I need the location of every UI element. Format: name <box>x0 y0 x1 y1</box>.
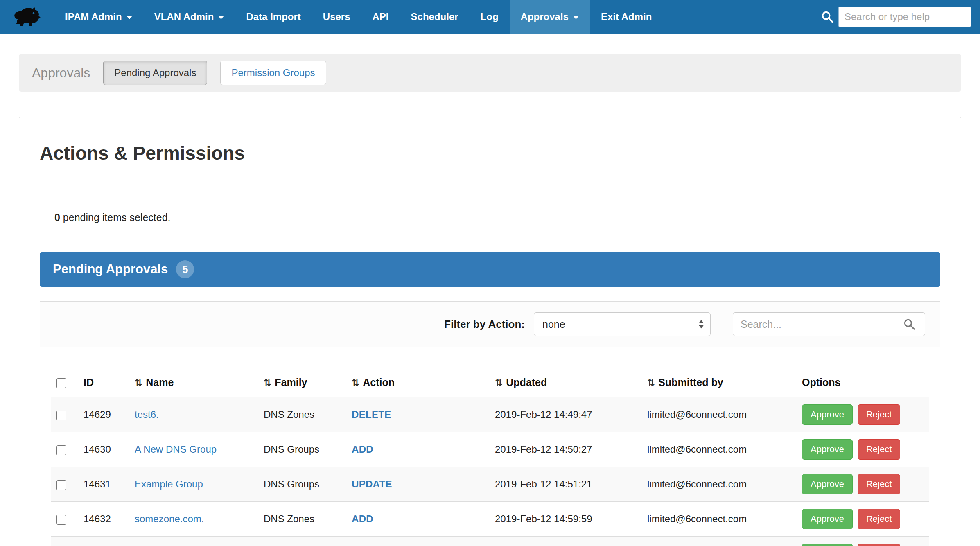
row-id: 14629 <box>78 397 129 432</box>
select-all-checkbox[interactable] <box>56 378 66 388</box>
select-arrows-icon <box>699 320 704 329</box>
selected-text: pending items selected. <box>63 212 171 223</box>
col-submitted-by[interactable]: ⇅Submitted by <box>641 370 796 397</box>
table-search-button[interactable] <box>893 312 925 336</box>
row-family: DNS Zones <box>258 537 346 546</box>
caret-down-icon <box>573 16 579 19</box>
row-id: 14632 <box>78 502 129 537</box>
row-family: DNS Groups <box>258 432 346 467</box>
caret-down-icon <box>126 16 132 19</box>
table-row: 14632 somezone.com. DNS Zones ADD 2019-F… <box>51 502 929 537</box>
approve-button[interactable]: Approve <box>802 474 853 494</box>
filter-action-select[interactable]: none <box>534 312 711 336</box>
panel-title: Pending Approvals <box>53 262 168 277</box>
filter-action-value: none <box>542 318 565 330</box>
row-name-link[interactable]: somezone.com. <box>135 513 204 524</box>
caret-down-icon <box>218 16 224 19</box>
col-action[interactable]: ⇅Action <box>346 370 489 397</box>
row-action-link[interactable]: DELETE <box>352 409 391 420</box>
row-checkbox[interactable] <box>56 445 66 455</box>
nav-data-import[interactable]: Data Import <box>235 0 312 34</box>
search-icon <box>820 10 834 24</box>
row-family: DNS Zones <box>258 397 346 432</box>
nav-scheduler[interactable]: Scheduler <box>400 0 470 34</box>
approvals-subheader: Approvals Pending Approvals Permission G… <box>19 54 961 92</box>
filter-by-action-label: Filter by Action: <box>444 318 525 331</box>
row-name-link[interactable]: Example Group <box>135 478 203 490</box>
reject-button[interactable]: Reject <box>858 509 900 529</box>
nav-label: Data Import <box>246 11 300 23</box>
table-header-row: ID ⇅Name ⇅Family ⇅Action ⇅Updated ⇅Submi… <box>51 370 929 397</box>
row-updated: 2019-Feb-12 14:51:21 <box>489 467 641 502</box>
reject-button[interactable]: Reject <box>858 404 900 425</box>
approve-button[interactable]: Approve <box>802 404 853 425</box>
nav-label: VLAN Admin <box>154 11 214 23</box>
nav-label: Exit Admin <box>601 11 652 23</box>
search-icon <box>903 318 916 331</box>
row-action-link[interactable]: ADD <box>352 444 373 455</box>
row-checkbox[interactable] <box>56 411 66 420</box>
row-family: DNS Groups <box>258 467 346 502</box>
approvals-table-wrap: ID ⇅Name ⇅Family ⇅Action ⇅Updated ⇅Submi… <box>40 347 940 546</box>
nav-approvals[interactable]: Approvals <box>510 0 590 34</box>
row-action-link[interactable]: ADD <box>352 513 373 524</box>
sort-icon: ⇅ <box>352 377 359 388</box>
top-navbar: IPAM Admin VLAN Admin Data Import Users … <box>0 0 980 34</box>
table-search-input[interactable] <box>733 312 893 336</box>
pending-approvals-panel-header: Pending Approvals 5 <box>40 252 940 287</box>
row-submitted-by: limited@6connect.com <box>641 502 796 537</box>
row-name-link[interactable]: A New DNS Group <box>135 444 217 455</box>
nav-label: IPAM Admin <box>65 11 122 23</box>
approve-button[interactable]: Approve <box>802 439 853 460</box>
row-id: 14633 <box>78 537 129 546</box>
sort-icon: ⇅ <box>495 377 503 388</box>
col-name[interactable]: ⇅Name <box>129 370 258 397</box>
nav-label: Approvals <box>521 11 569 23</box>
row-checkbox[interactable] <box>56 480 66 490</box>
table-row: 14629 test6. DNS Zones DELETE 2019-Feb-1… <box>51 397 929 432</box>
table-row: 14630 A New DNS Group DNS Groups ADD 201… <box>51 432 929 467</box>
nav-ipam-admin[interactable]: IPAM Admin <box>54 0 143 34</box>
row-submitted-by: limited@6connect.com <box>641 467 796 502</box>
row-updated: 2019-Feb-12 14:49:47 <box>489 397 641 432</box>
global-search <box>820 0 971 34</box>
row-action-link[interactable]: UPDATE <box>352 478 392 490</box>
nav-vlan-admin[interactable]: VLAN Admin <box>143 0 235 34</box>
reject-button[interactable]: Reject <box>858 544 900 546</box>
selected-count-line: 0 pending items selected. <box>54 212 940 223</box>
permission-groups-tab[interactable]: Permission Groups <box>220 61 326 85</box>
approvals-table: ID ⇅Name ⇅Family ⇅Action ⇅Updated ⇅Submi… <box>51 370 929 546</box>
nav-label: Scheduler <box>411 11 458 23</box>
pending-approvals-tab[interactable]: Pending Approvals <box>103 61 207 85</box>
provision-logo[interactable] <box>0 0 54 34</box>
table-filter-row: Filter by Action: none <box>40 302 940 347</box>
row-family: DNS Zones <box>258 502 346 537</box>
pending-count-badge: 5 <box>176 260 194 278</box>
rhino-logo-icon <box>13 7 41 27</box>
row-submitted-by: limited@6connect.com <box>641 537 796 546</box>
approve-button[interactable]: Approve <box>802 544 853 546</box>
row-name-link[interactable]: test6. <box>135 409 159 420</box>
col-id[interactable]: ID <box>78 370 129 397</box>
nav-label: API <box>373 11 389 23</box>
col-options: Options <box>796 370 929 397</box>
reject-button[interactable]: Reject <box>858 474 900 494</box>
col-updated[interactable]: ⇅Updated <box>489 370 641 397</box>
reject-button[interactable]: Reject <box>858 439 900 460</box>
table-search-group <box>733 312 925 336</box>
nav-api[interactable]: API <box>361 0 400 34</box>
nav-users[interactable]: Users <box>312 0 361 34</box>
nav-log[interactable]: Log <box>470 0 510 34</box>
row-checkbox[interactable] <box>56 515 66 525</box>
section-heading: Actions & Permissions <box>40 142 940 164</box>
page-title: Approvals <box>32 65 90 81</box>
row-updated: 2019-Feb-12 15:00:29 <box>489 537 641 546</box>
nav-exit-admin[interactable]: Exit Admin <box>590 0 663 34</box>
global-search-input[interactable] <box>838 7 971 27</box>
nav-label: Users <box>323 11 350 23</box>
col-family[interactable]: ⇅Family <box>258 370 346 397</box>
pending-approvals-panel: Filter by Action: none <box>40 301 940 546</box>
nav-label: Log <box>481 11 499 23</box>
row-id: 14631 <box>78 467 129 502</box>
approve-button[interactable]: Approve <box>802 509 853 529</box>
